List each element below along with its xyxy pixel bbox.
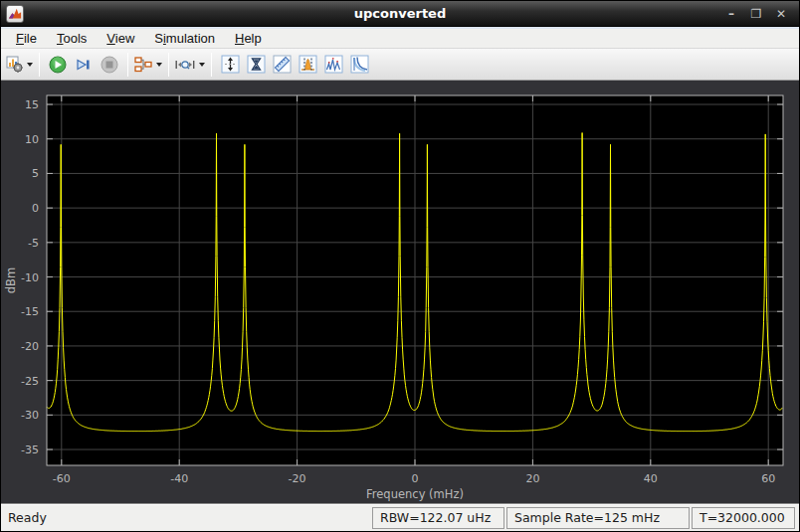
menu-bar: FileToolsViewSimulationHelp [1, 27, 799, 49]
toolbar [1, 49, 799, 81]
y-tick-label: -25 [21, 375, 39, 388]
y-tick-label: -30 [21, 409, 39, 422]
channel-measurements-icon [299, 55, 317, 74]
x-tick-label: 0 [412, 472, 419, 485]
peak-finder-button[interactable] [320, 52, 346, 78]
run-button[interactable] [45, 52, 71, 78]
ruler-icon [273, 55, 292, 74]
span-zoom-button[interactable] [174, 52, 206, 78]
menu-item-help[interactable]: Help [226, 29, 271, 48]
minimize-button[interactable]: – [723, 6, 739, 22]
x-tick-label: 40 [644, 472, 658, 485]
toolbar-separator [211, 53, 212, 77]
close-button[interactable]: ✕ [773, 6, 789, 22]
channel-measurements-button[interactable] [295, 52, 320, 78]
peak-finder-icon [324, 55, 343, 74]
spectral-mask-icon [350, 55, 369, 74]
y-axis-label: dBm [4, 267, 18, 293]
step-forward-icon [75, 56, 93, 74]
status-bar: Ready RBW=122.07 uHz Sample Rate=125 mHz… [1, 503, 799, 531]
spectrum-analyzer-window: upconverted – ❐ ✕ FileToolsViewSimulatio… [0, 0, 800, 532]
span-zoom-icon [175, 57, 195, 73]
y-tick-label: 5 [32, 167, 39, 180]
x-tick-label: -40 [170, 472, 188, 485]
y-tick-label: 15 [25, 98, 39, 111]
menu-item-simulation[interactable]: Simulation [145, 29, 224, 48]
x-tick-label: 20 [525, 472, 539, 485]
maximize-button[interactable]: ❐ [748, 6, 764, 22]
status-ready: Ready [3, 510, 372, 525]
autoscale-axes-button[interactable] [217, 52, 243, 78]
x-axis-label: Frequency (mHz) [366, 487, 464, 501]
y-tick-label: -20 [21, 340, 39, 353]
hourglass-icon [247, 55, 266, 74]
x-tick-label: -60 [53, 472, 71, 485]
y-tick-label: -5 [28, 237, 39, 250]
figure-area: 151050-5-10-15-20-25-30-35-60-40-2002040… [1, 81, 799, 503]
status-rbw: RBW=122.07 uHz [372, 507, 504, 529]
y-tick-label: 10 [25, 133, 39, 146]
dropdown-caret-icon [156, 63, 162, 67]
measurements-hourglass-button[interactable] [243, 52, 269, 78]
spectrum-settings-icon [6, 56, 23, 73]
toolbar-separator [127, 53, 128, 77]
menu-item-view[interactable]: View [98, 29, 143, 48]
status-sample-rate: Sample Rate=125 mHz [506, 507, 690, 529]
stop-icon [100, 56, 118, 74]
title-bar[interactable]: upconverted – ❐ ✕ [1, 1, 799, 27]
autoscale-axes-icon [221, 55, 240, 74]
plot-canvas[interactable]: 151050-5-10-15-20-25-30-35-60-40-2002040… [1, 81, 799, 503]
dropdown-caret-icon [199, 63, 205, 67]
toolbar-separator [39, 53, 40, 77]
simulink-model-button[interactable] [133, 52, 163, 78]
dropdown-caret-icon [27, 63, 33, 67]
matlab-logo-icon [6, 5, 24, 23]
status-sim-time: T=32000.000 [692, 507, 795, 529]
step-forward-button[interactable] [71, 52, 97, 78]
stop-button [97, 52, 122, 78]
x-tick-label: -20 [289, 472, 306, 485]
y-tick-label: -10 [21, 271, 39, 284]
menu-item-tools[interactable]: Tools [48, 29, 96, 48]
spectrum-settings-button[interactable] [5, 52, 34, 78]
menu-item-file[interactable]: File [7, 29, 46, 48]
y-tick-label: -35 [21, 443, 39, 456]
y-tick-label: -15 [21, 305, 39, 318]
toolbar-separator [168, 53, 169, 77]
window-title: upconverted [1, 6, 799, 21]
x-tick-label: 60 [761, 472, 775, 485]
simulink-model-icon [134, 56, 152, 74]
distortion-ruler-button[interactable] [269, 52, 295, 78]
y-tick-label: 0 [32, 202, 39, 215]
spectral-mask-button[interactable] [346, 52, 372, 78]
run-icon [49, 56, 67, 74]
